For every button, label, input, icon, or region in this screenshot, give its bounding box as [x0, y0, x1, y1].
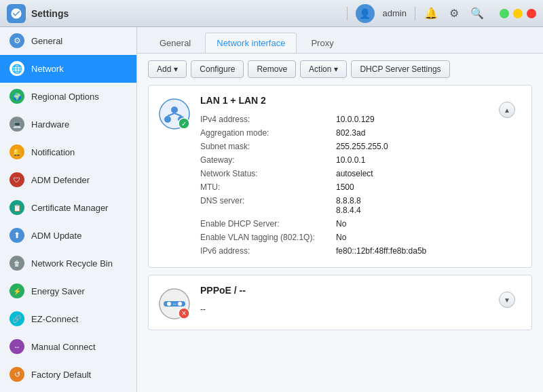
traffic-light-green[interactable]	[500, 9, 509, 18]
general-icon: ⚙	[10, 33, 24, 48]
sidebar-item-network[interactable]: 🌐 Network	[0, 55, 136, 83]
sidebar-item-general[interactable]: ⚙ General	[0, 27, 136, 55]
lan-title: LAN 1 + LAN 2	[200, 95, 483, 106]
network-card-lan: ✓ LAN 1 + LAN 2 IPv4 address: 10.0.0.129…	[148, 85, 532, 268]
svg-point-2	[164, 116, 171, 123]
svg-point-10	[167, 302, 171, 306]
sidebar-item-factory-default[interactable]: ↺ Factory Default	[0, 361, 136, 389]
settings-icon[interactable]: ⚙	[447, 6, 462, 21]
sidebar-label-adm-defender: ADM Defender	[31, 175, 90, 185]
sidebar-label-general: General	[31, 36, 62, 46]
sidebar-item-registration[interactable]: 📝 Registration	[0, 389, 136, 392]
action-button[interactable]: Action ▾	[300, 60, 347, 78]
tab-general[interactable]: General	[148, 33, 202, 53]
gateway-label: Gateway:	[200, 155, 336, 165]
sidebar-label-energy-saver: Energy Saver	[31, 286, 85, 296]
pppoe-icon: ↔ ×	[158, 288, 191, 320]
detail-vlan: Enable VLAN tagging (802.1Q): No	[200, 231, 483, 244]
ez-connect-icon: 🔗	[10, 311, 24, 326]
detail-network-status: Network Status: autoselect	[200, 167, 483, 180]
sidebar-label-network: Network	[31, 64, 64, 74]
sidebar-label-notification: Notification	[31, 147, 75, 157]
traffic-light-yellow[interactable]	[513, 9, 523, 18]
dns-label: DNS server:	[200, 196, 336, 215]
traffic-light-red[interactable]	[527, 9, 536, 18]
sidebar-item-manual-connect[interactable]: ↔ Manual Connect	[0, 333, 136, 361]
detail-aggregation: Aggregation mode: 802.3ad	[200, 126, 483, 140]
search-icon[interactable]: 🔍	[470, 6, 485, 21]
sidebar-item-notification[interactable]: 🔔 Notification	[0, 138, 136, 166]
detail-subnet: Subnet mask: 255.255.255.0	[200, 140, 483, 153]
sidebar-item-network-recycle[interactable]: 🗑 Network Recycle Bin	[0, 250, 136, 277]
divider-2	[415, 7, 415, 20]
traffic-lights	[500, 9, 536, 18]
sidebar: ⚙ General 🌐 Network 🌍 Regional Options 💻…	[0, 27, 137, 392]
card-content-pppoe: ↔ × PPPoE / -- -- ▼	[149, 275, 531, 330]
detail-pppoe-status: --	[200, 302, 483, 316]
gateway-value: 10.0.0.1	[336, 155, 365, 165]
ipv6-value: fe80::12bf:48ff:fe8b:da5b	[336, 246, 426, 256]
pppoe-status-value: --	[200, 305, 206, 314]
configure-button[interactable]: Configure	[191, 60, 244, 78]
ipv4-label: IPv4 address:	[200, 115, 336, 124]
ipv6-label: IPv6 address:	[200, 246, 336, 256]
card-content-lan: ✓ LAN 1 + LAN 2 IPv4 address: 10.0.0.129…	[149, 85, 531, 267]
energy-saver-icon: ⚡	[10, 283, 24, 298]
sidebar-label-ez-connect: EZ-Connect	[31, 314, 78, 324]
regional-icon: 🌍	[10, 89, 24, 104]
tab-proxy[interactable]: Proxy	[299, 33, 345, 53]
sidebar-item-hardware[interactable]: 💻 Hardware	[0, 111, 136, 138]
aggregation-label: Aggregation mode:	[200, 128, 336, 138]
sidebar-label-factory-default: Factory Default	[31, 370, 91, 380]
dhcp-settings-button[interactable]: DHCP Server Settings	[351, 60, 449, 78]
subnet-value: 255.255.255.0	[336, 142, 388, 151]
tab-network-interface[interactable]: Network interface	[205, 33, 297, 53]
lan-icon: ✓	[158, 98, 191, 130]
sidebar-label-manual-connect: Manual Connect	[31, 342, 96, 352]
sidebar-item-adm-update[interactable]: ⬆ ADM Update	[0, 222, 136, 250]
pppoe-card-action: ▼	[492, 285, 522, 320]
sidebar-item-adm-defender[interactable]: 🛡 ADM Defender	[0, 166, 136, 194]
pppoe-details: PPPoE / -- --	[200, 285, 483, 320]
app-icon	[7, 4, 26, 23]
title-bar-controls: 👤 admin 🔔 ⚙ 🔍	[347, 4, 536, 23]
ipv4-value: 10.0.0.129	[336, 115, 375, 124]
sidebar-item-ez-connect[interactable]: 🔗 EZ-Connect	[0, 305, 136, 333]
factory-default-icon: ↺	[10, 367, 24, 382]
network-status-label: Network Status:	[200, 169, 336, 178]
network-recycle-icon: 🗑	[10, 256, 24, 271]
tabs: General Network interface Proxy	[137, 27, 543, 54]
content-area: General Network interface Proxy Add ▾ Co…	[137, 27, 543, 392]
notification-icon[interactable]: 🔔	[424, 6, 438, 21]
detail-ipv6: IPv6 address: fe80::12bf:48ff:fe8b:da5b	[200, 244, 483, 258]
sidebar-item-cert-manager[interactable]: 📋 Certificate Manager	[0, 194, 136, 222]
hardware-icon: 💻	[10, 117, 24, 132]
lan-collapse-button[interactable]: ▲	[499, 102, 515, 118]
sidebar-item-energy-saver[interactable]: ⚡ Energy Saver	[0, 277, 136, 305]
detail-gateway: Gateway: 10.0.0.1	[200, 153, 483, 167]
add-dropdown-icon: ▾	[174, 64, 178, 74]
cards-container: ✓ LAN 1 + LAN 2 IPv4 address: 10.0.0.129…	[137, 85, 543, 392]
detail-mtu: MTU: 1500	[200, 180, 483, 194]
dns-value: 8.8.8.8 8.8.4.4	[336, 196, 361, 215]
pppoe-expand-button[interactable]: ▼	[499, 292, 515, 308]
notification-sidebar-icon: 🔔	[10, 144, 24, 159]
manual-connect-icon: ↔	[10, 339, 24, 354]
sidebar-item-regional[interactable]: 🌍 Regional Options	[0, 83, 136, 111]
divider-1	[347, 7, 348, 20]
svg-point-1	[171, 106, 178, 113]
add-button[interactable]: Add ▾	[148, 60, 187, 78]
user-avatar: 👤	[356, 4, 375, 23]
svg-point-11	[178, 302, 182, 306]
sidebar-label-regional: Regional Options	[31, 92, 99, 102]
svg-text:×: ×	[181, 309, 186, 318]
toolbar: Add ▾ Configure Remove Action ▾ DHCP Ser…	[137, 54, 543, 85]
sidebar-label-cert-manager: Certificate Manager	[31, 203, 108, 213]
remove-button[interactable]: Remove	[248, 60, 296, 78]
detail-ipv4: IPv4 address: 10.0.0.129	[200, 113, 483, 126]
network-card-pppoe: ↔ × PPPoE / -- -- ▼	[148, 275, 532, 330]
vlan-value: No	[336, 233, 346, 242]
svg-text:↔: ↔	[172, 301, 177, 307]
network-icon: 🌐	[10, 61, 24, 76]
dhcp-value: No	[336, 219, 346, 229]
